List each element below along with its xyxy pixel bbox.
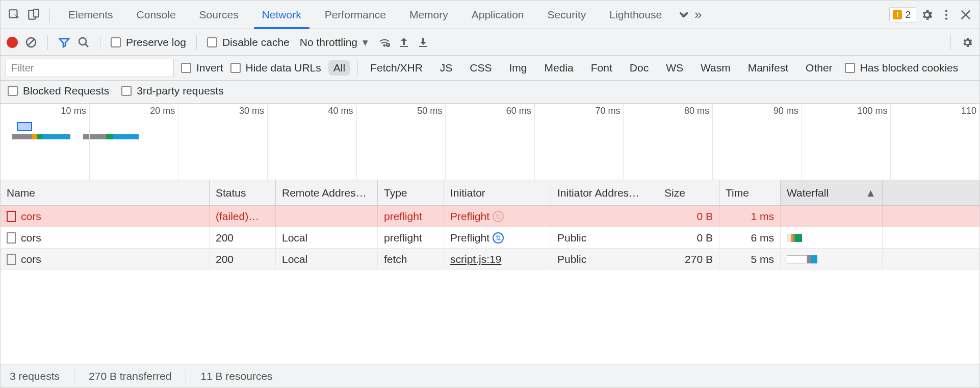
tab-elements[interactable]: Elements (57, 1, 124, 29)
invert-checkbox[interactable]: Invert (181, 62, 223, 74)
cell-remote: Local (276, 249, 378, 270)
cell-size: 270 B (658, 249, 719, 270)
clear-icon[interactable] (25, 36, 37, 48)
dropdown-caret-icon: ▾ (363, 36, 368, 48)
type-filter-all[interactable]: All (328, 60, 350, 76)
record-button[interactable] (7, 37, 18, 48)
cell-time: 6 ms (719, 227, 781, 248)
request-row[interactable]: cors200Localfetchscript.js:19Public270 B… (1, 249, 979, 270)
request-row[interactable]: cors200LocalpreflightPreflightPublic0 B6… (1, 227, 979, 249)
timeline-tick-label: 10 ms (61, 106, 86, 116)
timeline-tick: 60 ms (446, 104, 535, 180)
disable-cache-checkbox[interactable]: Disable cache (207, 36, 290, 48)
col-time[interactable]: Time (719, 180, 781, 205)
cell-name: cors (1, 227, 210, 248)
timeline-tick-label: 40 ms (328, 106, 353, 116)
checkbox-icon (845, 63, 855, 73)
throttling-select[interactable]: No throttling ▾ (297, 36, 371, 48)
col-status[interactable]: Status (210, 180, 276, 205)
col-initiator[interactable]: Initiator (444, 180, 551, 205)
col-name[interactable]: Name (1, 180, 210, 205)
col-size[interactable]: Size (658, 180, 719, 205)
request-name: cors (21, 232, 41, 244)
tab-memory[interactable]: Memory (398, 1, 459, 29)
type-filter-manifest[interactable]: Manifest (743, 60, 793, 76)
filter-input[interactable]: Filter (6, 59, 174, 77)
tab-security[interactable]: Security (536, 1, 597, 29)
type-filter-media[interactable]: Media (539, 60, 579, 76)
search-icon[interactable] (78, 36, 90, 48)
hide-data-urls-checkbox[interactable]: Hide data URLs (230, 62, 321, 74)
checkbox-icon (8, 86, 18, 96)
col-waterfall-extra[interactable] (883, 180, 979, 205)
more-tabs-chevron-icon[interactable]: » (694, 6, 702, 23)
tab-lighthouse[interactable]: Lighthouse (598, 1, 673, 29)
col-initiator-address[interactable]: Initiator Addres… (551, 180, 658, 205)
request-row[interactable]: cors(failed)…preflightPreflight0 B1 ms (1, 206, 979, 227)
has-blocked-cookies-checkbox[interactable]: Has blocked cookies (845, 62, 959, 74)
preserve-log-checkbox[interactable]: Preserve log (111, 36, 186, 48)
svg-point-7 (79, 38, 86, 45)
col-type[interactable]: Type (378, 180, 444, 205)
type-filter-ws[interactable]: WS (661, 60, 688, 76)
type-filter-font[interactable]: Font (586, 60, 617, 76)
close-devtools-icon[interactable] (957, 6, 974, 23)
checkbox-icon (230, 63, 241, 73)
status-requests: 3 requests (10, 370, 60, 382)
cell-type: fetch (378, 249, 444, 270)
type-filter-js[interactable]: JS (435, 60, 458, 76)
blocked-requests-checkbox[interactable]: Blocked Requests (8, 85, 109, 97)
cell-initiator: script.js:19 (444, 249, 551, 270)
network-conditions-icon[interactable] (378, 36, 391, 48)
type-filter-css[interactable]: CSS (465, 60, 497, 76)
col-remote-address[interactable]: Remote Addres… (276, 180, 378, 205)
timeline-tick: 30 ms (178, 104, 268, 180)
table-header: Name Status Remote Addres… Type Initiato… (1, 180, 979, 206)
tab-application[interactable]: Application (460, 1, 535, 29)
divider (186, 370, 186, 383)
upload-har-icon[interactable] (398, 36, 410, 48)
filter-funnel-icon[interactable] (58, 36, 70, 48)
tab-console[interactable]: Console (125, 1, 187, 29)
third-party-label: 3rd-party requests (137, 85, 223, 97)
initiator-link[interactable]: script.js:19 (450, 253, 501, 265)
issues-badge[interactable]: ! 2 (889, 7, 916, 22)
checkbox-icon (121, 86, 132, 96)
timeline-tick-label: 80 ms (684, 106, 709, 116)
sort-asc-icon: ▲ (865, 187, 876, 199)
timeline-tick: 50 ms (357, 104, 446, 180)
tab-network[interactable]: Network (251, 1, 313, 29)
cell-name: cors (1, 249, 210, 270)
network-toolbar: Preserve log Disable cache No throttling… (1, 29, 979, 56)
type-filter-doc[interactable]: Doc (625, 60, 654, 76)
type-filter-other[interactable]: Other (801, 60, 838, 76)
type-filter-img[interactable]: Img (504, 60, 532, 76)
cell-name: cors (1, 206, 210, 227)
inspect-element-icon[interactable] (6, 6, 23, 23)
timeline-overview[interactable]: 10 ms20 ms30 ms40 ms50 ms60 ms70 ms80 ms… (1, 104, 979, 180)
svg-point-4 (945, 13, 947, 15)
cell-size: 0 B (658, 227, 719, 248)
tab-sources[interactable]: Sources (188, 1, 250, 29)
more-tabs-icon[interactable]: » (675, 6, 692, 23)
cell-status: 200 (210, 249, 276, 270)
request-name: cors (21, 253, 41, 265)
filter-bar: Filter Invert Hide data URLs AllFetch/XH… (1, 56, 979, 81)
svg-point-8 (384, 44, 385, 46)
disable-cache-label: Disable cache (222, 36, 290, 48)
download-har-icon[interactable] (417, 36, 429, 48)
timeline-tick: 80 ms (624, 104, 713, 180)
col-waterfall[interactable]: Waterfall ▲ (781, 180, 883, 205)
device-toolbar-icon[interactable] (25, 6, 42, 23)
third-party-checkbox[interactable]: 3rd-party requests (121, 85, 223, 97)
type-filter-wasm[interactable]: Wasm (695, 60, 736, 76)
timeline-tick: 40 ms (268, 104, 357, 180)
network-settings-gear-icon[interactable] (961, 36, 973, 48)
cell-waterfall (781, 227, 883, 248)
timeline-tick-label: 110 (961, 106, 976, 116)
tab-performance[interactable]: Performance (314, 1, 397, 29)
kebab-menu-icon[interactable] (938, 6, 955, 23)
type-filter-fetch-xhr[interactable]: Fetch/XHR (365, 60, 428, 76)
settings-gear-icon[interactable] (918, 6, 936, 23)
cell-initiator-address: Public (551, 249, 658, 270)
